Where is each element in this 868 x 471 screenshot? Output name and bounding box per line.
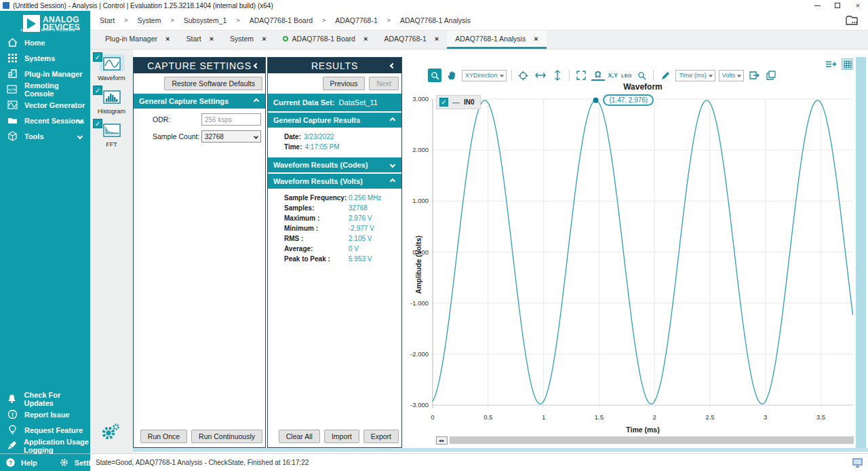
general-capture-results-section[interactable]: General Capture Results bbox=[268, 113, 401, 128]
sidebar-item-check-updates[interactable]: Check For Updates bbox=[0, 391, 90, 407]
display-monitor-icon[interactable] bbox=[852, 458, 863, 468]
breadcrumb-separator: > bbox=[124, 17, 127, 24]
volts-unit-dropdown[interactable]: Volts bbox=[719, 70, 745, 81]
stat-row: Sample Frequency:0.256 MHz bbox=[284, 193, 401, 203]
strip-item-waveform[interactable]: ✓ Waveform bbox=[90, 50, 133, 83]
horizontal-scrollbar[interactable]: ◀▶ bbox=[436, 436, 854, 445]
restore-button[interactable] bbox=[827, 0, 848, 11]
session-folder-icon[interactable] bbox=[845, 14, 859, 26]
tab-analysis[interactable]: ADAQ7768-1 Analysis× bbox=[447, 31, 546, 49]
strip-item-histogram[interactable]: ✓ Histogram bbox=[90, 83, 133, 116]
sidebar: ANALOGDEVICES AHEAD OF WHAT'S POSSIBLE ™… bbox=[0, 11, 90, 471]
run-continuously-button[interactable]: Run Continuously bbox=[191, 430, 262, 443]
copy-chart-icon[interactable] bbox=[764, 69, 778, 82]
waveform-plot[interactable]: 3.0002.0001.0000.000-1.000-2.000-3.00000… bbox=[402, 91, 856, 430]
marker-dot[interactable] bbox=[593, 98, 598, 103]
minimize-button[interactable] bbox=[807, 0, 827, 11]
close-icon[interactable]: × bbox=[435, 35, 439, 43]
close-icon[interactable]: × bbox=[363, 35, 368, 43]
sidebar-item-tools[interactable]: Tools bbox=[0, 128, 90, 144]
tab-start[interactable]: Start× bbox=[178, 31, 222, 49]
tab-chip[interactable]: ADAQ7768-1× bbox=[376, 31, 447, 49]
sidebar-item-recent-sessions[interactable]: Recent Sessions bbox=[0, 113, 90, 128]
collapse-panel-icon[interactable] bbox=[254, 62, 259, 68]
odr-input[interactable] bbox=[201, 113, 261, 126]
breadcrumb-item[interactable]: Start bbox=[100, 16, 115, 24]
tab-plugin-manager[interactable]: Plug-in Manager× bbox=[97, 31, 178, 49]
vertical-zoom-icon[interactable] bbox=[551, 69, 564, 82]
close-icon[interactable]: × bbox=[262, 35, 266, 43]
restore-defaults-button[interactable]: Restore Software Defaults bbox=[164, 77, 262, 90]
close-button[interactable]: × bbox=[848, 0, 868, 11]
y-tick-label: 2.000 bbox=[412, 146, 429, 153]
home-icon bbox=[7, 37, 18, 48]
sidebar-item-vector-generator[interactable]: Vector Generator bbox=[0, 97, 90, 113]
magnifier-icon[interactable] bbox=[635, 69, 648, 82]
close-icon[interactable]: × bbox=[534, 35, 538, 43]
current-data-set: Current Data Set: DataSet_11 bbox=[268, 94, 401, 111]
sample-count-select[interactable]: 32768 bbox=[201, 130, 261, 143]
app-window: (Untitled Session) - Analysis | Control … bbox=[0, 0, 868, 471]
fft-checkbox[interactable]: ✓ bbox=[93, 119, 102, 128]
box-zoom-tool-button[interactable] bbox=[428, 69, 441, 82]
histogram-checkbox[interactable]: ✓ bbox=[93, 86, 102, 95]
chart-legend[interactable]: ✓ — IN0 bbox=[436, 95, 481, 109]
sine-icon bbox=[7, 100, 18, 111]
close-icon[interactable]: × bbox=[210, 35, 214, 43]
previous-button[interactable]: Previous bbox=[323, 77, 366, 90]
xy-direction-dropdown[interactable]: XYDirection bbox=[462, 70, 507, 81]
breadcrumb-item[interactable]: System bbox=[137, 16, 161, 24]
brand-tagline: AHEAD OF WHAT'S POSSIBLE ™ bbox=[0, 28, 90, 32]
grid-view-icon[interactable] bbox=[842, 58, 853, 70]
breadcrumb-item[interactable]: Subsystem_1 bbox=[184, 16, 227, 24]
close-icon[interactable]: × bbox=[165, 35, 170, 43]
capture-settings-header: CAPTURE SETTINGS bbox=[134, 58, 265, 73]
sidebar-item-usage-logging[interactable]: Application Usage Logging bbox=[0, 438, 90, 453]
xy-values-toggle[interactable]: X,Y bbox=[608, 72, 618, 79]
general-capture-settings-section[interactable]: General Capture Settings bbox=[134, 94, 265, 109]
app-icon bbox=[3, 2, 9, 9]
waveform-results-volts-section[interactable]: Waveform Results (Volts) bbox=[268, 174, 401, 189]
legend-toggle[interactable]: LEG bbox=[621, 73, 631, 79]
analysis-settings-gear-icon[interactable] bbox=[100, 422, 120, 441]
legend-checkbox[interactable]: ✓ bbox=[439, 98, 448, 107]
import-button[interactable]: Import bbox=[324, 430, 359, 443]
export-chart-icon[interactable] bbox=[747, 69, 761, 82]
tab-system[interactable]: System× bbox=[222, 31, 274, 49]
vertical-scrollbar[interactable] bbox=[856, 57, 866, 448]
export-button[interactable]: Export bbox=[363, 430, 399, 443]
collapse-panel-icon[interactable] bbox=[390, 62, 395, 68]
scroll-arrows-button[interactable]: ◀▶ bbox=[436, 436, 448, 445]
sidebar-item-plugin-manager[interactable]: Plug-in Manager bbox=[0, 66, 90, 81]
dock-panel-icon[interactable] bbox=[825, 60, 836, 69]
waveform-results-codes-section[interactable]: Waveform Results (Codes) bbox=[268, 157, 401, 172]
pan-hand-tool-button[interactable] bbox=[445, 69, 458, 82]
breadcrumb: Start > System > Subsystem_1 > ADAQ7768-… bbox=[90, 11, 868, 31]
tab-board[interactable]: ADAQ7768-1 Board× bbox=[275, 31, 376, 49]
zoom-to-fit-icon[interactable] bbox=[517, 69, 530, 82]
run-once-button[interactable]: Run Once bbox=[140, 430, 187, 443]
annotate-pencil-icon[interactable] bbox=[658, 69, 672, 82]
breadcrumb-item[interactable]: ADAQ7768-1 Analysis bbox=[400, 16, 471, 24]
fft-icon bbox=[103, 124, 121, 137]
expand-icon[interactable] bbox=[574, 69, 588, 82]
omega-cursor-icon[interactable]: Ω bbox=[591, 70, 605, 81]
scrollbar-thumb[interactable] bbox=[450, 436, 854, 444]
sidebar-item-systems[interactable]: Systems bbox=[0, 50, 90, 66]
results-panel: RESULTS Previous Next Current Data Set: … bbox=[267, 57, 402, 448]
sidebar-item-report-issue[interactable]: ! Report Issue bbox=[0, 407, 90, 422]
time-unit-dropdown[interactable]: Time (ms) bbox=[675, 70, 715, 81]
horizontal-zoom-icon[interactable] bbox=[534, 69, 547, 82]
chevron-down-icon bbox=[390, 162, 395, 168]
breadcrumb-item[interactable]: ADAQ7768-1 Board bbox=[250, 16, 313, 24]
clear-all-button[interactable]: Clear All bbox=[279, 430, 320, 443]
sidebar-item-request-feature[interactable]: Request Feature bbox=[0, 422, 90, 438]
x-tick-label: 0.5 bbox=[484, 413, 492, 421]
breadcrumb-item[interactable]: ADAQ7768-1 bbox=[335, 16, 377, 24]
next-button[interactable]: Next bbox=[369, 77, 399, 90]
strip-item-fft[interactable]: ✓ FFT bbox=[90, 116, 133, 149]
sidebar-item-remoting-console[interactable]: </> Remoting Console bbox=[0, 81, 90, 97]
help-button[interactable]: ? Help bbox=[0, 457, 37, 468]
waveform-checkbox[interactable]: ✓ bbox=[93, 52, 102, 62]
sidebar-item-home[interactable]: Home bbox=[0, 35, 90, 50]
